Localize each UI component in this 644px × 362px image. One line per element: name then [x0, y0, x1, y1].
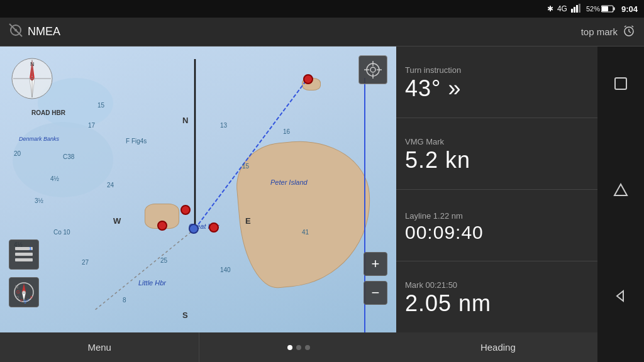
svg-point-9 — [14, 29, 17, 31]
mark-left-1 — [157, 221, 167, 231]
svg-rect-0 — [571, 9, 573, 13]
zoom-in-button[interactable]: + — [364, 252, 387, 276]
map-area[interactable]: Peter Island Great Hbr Little Hbr ROAD H… — [0, 47, 396, 332]
peter-island-label: Peter Island — [270, 178, 308, 186]
svg-rect-34 — [15, 258, 33, 261]
svg-line-12 — [629, 31, 631, 33]
page-dot-1 — [287, 345, 292, 350]
bottom-bar: Menu Heading — [0, 332, 597, 362]
home-button[interactable] — [608, 177, 633, 202]
svg-line-18 — [94, 229, 195, 310]
app-title: NMEA — [28, 25, 60, 38]
target-button[interactable] — [358, 55, 387, 84]
vmg-mark-cell: VMG Mark 5.2 kn — [396, 118, 597, 190]
turn-instruction-value: 43° » — [405, 76, 589, 101]
svg-marker-48 — [614, 184, 627, 195]
vmg-mark-value: 5.2 kn — [405, 148, 589, 173]
layline-label: Layline 1.22 nm — [405, 211, 589, 221]
compass-rose: N — [9, 56, 55, 101]
square-button[interactable] — [608, 71, 633, 96]
android-nav — [597, 18, 644, 362]
svg-text:o: o — [20, 298, 23, 302]
svg-rect-47 — [615, 78, 626, 89]
boat-position — [189, 224, 199, 234]
mark-value: 2.05 nm — [405, 291, 589, 316]
app-bar: NMEA top mark — [0, 18, 644, 47]
little-hbr-label: Little Hbr — [138, 279, 166, 287]
mark-cell: Mark 00:21:50 2.05 nm — [396, 261, 597, 332]
svg-rect-2 — [576, 5, 578, 13]
svg-text:1: 1 — [29, 246, 32, 251]
battery-percent: 52% — [586, 5, 600, 13]
svg-rect-3 — [579, 4, 580, 13]
svg-marker-49 — [617, 291, 623, 301]
time-label: 9:04 — [621, 4, 638, 14]
denmark-banks-label: Denmark Banks — [19, 136, 59, 142]
turn-instruction-label: Turn instruction — [405, 65, 589, 75]
mark-left-3 — [180, 205, 191, 215]
top-mark-label: top mark — [581, 26, 618, 37]
svg-line-13 — [625, 26, 626, 27]
data-panel: Turn instruction 43° » VMG Mark 5.2 kn L… — [396, 47, 597, 332]
alarm-icon[interactable] — [623, 25, 635, 39]
battery-container: 52% — [586, 5, 615, 13]
page-dot-2 — [296, 345, 301, 350]
back-button[interactable] — [608, 283, 633, 309]
network-label: 4G — [557, 4, 567, 13]
status-bar: ✱ 4G 52% 9:04 — [0, 0, 644, 18]
turn-instruction-cell: Turn instruction 43° » — [396, 47, 597, 118]
svg-text:G: G — [16, 290, 19, 294]
signal-icon — [571, 4, 582, 14]
svg-rect-1 — [574, 7, 575, 13]
gps-off-icon — [9, 23, 23, 40]
svg-rect-6 — [602, 6, 608, 11]
menu-button[interactable]: Menu — [0, 332, 199, 362]
svg-text:N: N — [30, 61, 35, 67]
mark-top-right — [303, 74, 313, 84]
compass-button[interactable]: N G o o g l e — [9, 277, 39, 307]
layers-button[interactable]: 1 — [9, 239, 39, 270]
layline-value: 00:09:40 — [405, 222, 589, 243]
svg-text:g: g — [24, 299, 26, 304]
page-dot-3 — [305, 345, 310, 350]
heading-button[interactable]: Heading — [399, 332, 597, 362]
road-hbr-label: ROAD HBR — [31, 109, 65, 116]
svg-text:e: e — [30, 295, 33, 299]
svg-line-15 — [195, 78, 308, 229]
svg-rect-33 — [15, 253, 33, 256]
mark-label: Mark 00:21:50 — [405, 280, 589, 290]
vmg-mark-label: VMG Mark — [405, 137, 589, 146]
svg-point-27 — [370, 67, 375, 72]
zoom-out-button[interactable]: − — [364, 281, 387, 305]
svg-rect-5 — [613, 8, 614, 11]
bluetooth-icon: ✱ — [547, 4, 553, 13]
svg-line-14 — [632, 26, 634, 27]
svg-text:o: o — [16, 295, 19, 299]
mark-left-2 — [209, 222, 219, 233]
svg-text:N: N — [15, 285, 18, 289]
layline-cell: Layline 1.22 nm 00:09:40 — [396, 190, 597, 261]
page-dots — [199, 332, 398, 362]
